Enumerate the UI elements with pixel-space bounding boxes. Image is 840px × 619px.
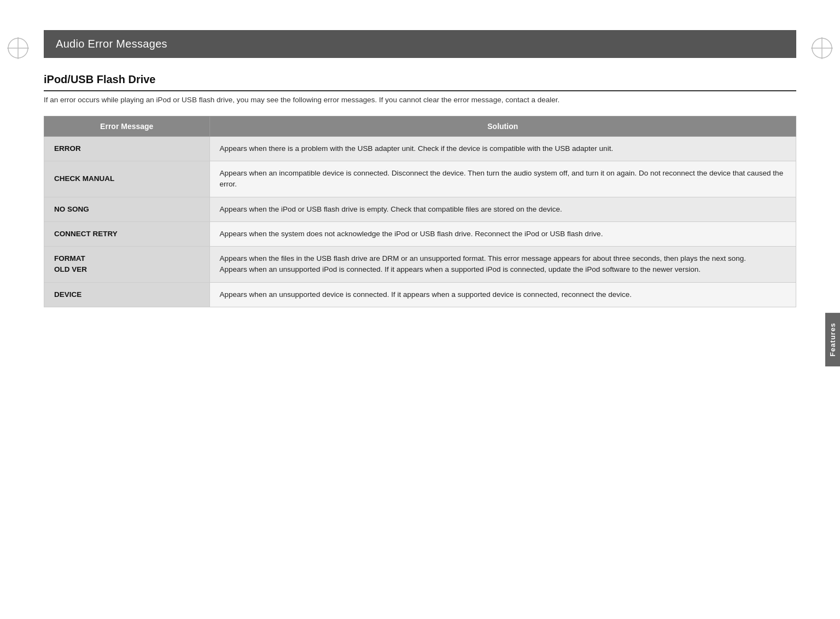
error-code-cell: CHECK MANUAL <box>44 161 210 197</box>
page-container: Features 129 Audio Error Messages iPod/U… <box>0 30 840 619</box>
intro-text: If an error occurs while playing an iPod… <box>44 95 796 106</box>
table-header-row: Error Message Solution <box>44 116 796 136</box>
solution-cell: Appears when an unsupported device is co… <box>209 282 796 307</box>
error-code-cell: FORMATOLD VER <box>44 247 210 283</box>
corner-mark-tl <box>4 34 32 62</box>
error-table: Error Message Solution ERRORAppears when… <box>44 116 796 307</box>
error-code-cell: CONNECT RETRY <box>44 221 210 246</box>
table-row: FORMATOLD VERAppears when the files in t… <box>44 247 796 283</box>
solution-cell: Appears when there is a problem with the… <box>209 136 796 161</box>
table-row: NO SONGAppears when the iPod or USB flas… <box>44 197 796 221</box>
solution-cell: Appears when the iPod or USB flash drive… <box>209 197 796 221</box>
section-header: Audio Error Messages <box>44 30 796 58</box>
table-row: ERRORAppears when there is a problem wit… <box>44 136 796 161</box>
col-header-solution: Solution <box>209 116 796 136</box>
table-row: CONNECT RETRYAppears when the system doe… <box>44 221 796 246</box>
error-code-cell: NO SONG <box>44 197 210 221</box>
error-code-cell: DEVICE <box>44 282 210 307</box>
side-tab: Features <box>825 313 840 366</box>
table-row: CHECK MANUALAppears when an incompatible… <box>44 161 796 197</box>
solution-cell: Appears when the files in the USB flash … <box>209 247 796 283</box>
subsection-title: iPod/USB Flash Drive <box>44 73 796 91</box>
col-header-error: Error Message <box>44 116 210 136</box>
table-row: DEVICEAppears when an unsupported device… <box>44 282 796 307</box>
solution-cell: Appears when the system does not acknowl… <box>209 221 796 246</box>
solution-cell: Appears when an incompatible device is c… <box>209 161 796 197</box>
error-code-cell: ERROR <box>44 136 210 161</box>
content-area: Audio Error Messages iPod/USB Flash Driv… <box>44 30 796 307</box>
corner-mark-tr <box>808 34 836 62</box>
